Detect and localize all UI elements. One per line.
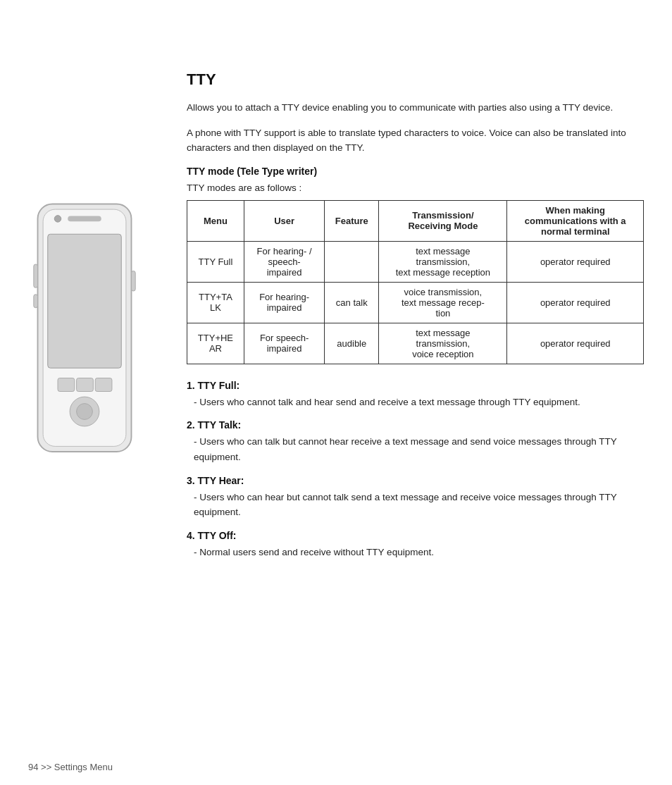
page-number: 94 >> Settings Menu bbox=[28, 762, 113, 772]
section-2-heading: 2. TTY Talk: bbox=[187, 419, 644, 431]
phone-illustration bbox=[21, 197, 162, 493]
table-row: TTY Full For hearing- /speech-impaired t… bbox=[187, 241, 644, 282]
section-tty-hear: 3. TTY Hear: - Users who can hear but ca… bbox=[187, 475, 644, 520]
cell-transmission-3: text messagetransmission,voice reception bbox=[379, 323, 507, 364]
svg-rect-12 bbox=[132, 271, 136, 292]
svg-rect-5 bbox=[58, 378, 75, 392]
col-user: User bbox=[244, 200, 324, 241]
col-menu: Menu bbox=[187, 200, 244, 241]
cell-when-2: operator required bbox=[507, 282, 644, 323]
svg-rect-10 bbox=[34, 264, 38, 288]
col-when: When makingcommunications with anormal t… bbox=[507, 200, 644, 241]
cell-user-3: For speech-impaired bbox=[244, 323, 324, 364]
cell-feature-1 bbox=[325, 241, 379, 282]
cell-feature-2: can talk bbox=[325, 282, 379, 323]
section-4-text: - Normal users send and receive without … bbox=[187, 545, 644, 560]
col-feature: Feature bbox=[325, 200, 379, 241]
page-title: TTY bbox=[187, 70, 644, 89]
cell-user-2: For hearing-impaired bbox=[244, 282, 324, 323]
table-row: TTY+TALK For hearing-impaired can talk v… bbox=[187, 282, 644, 323]
section-tty-talk: 2. TTY Talk: - Users who can talk but ca… bbox=[187, 419, 644, 464]
svg-rect-3 bbox=[68, 216, 101, 222]
intro-paragraph-2: A phone with TTY support is able to tran… bbox=[187, 125, 644, 156]
cell-menu-1: TTY Full bbox=[187, 241, 244, 282]
modes-intro: TTY modes are as follows : bbox=[187, 183, 644, 193]
cell-transmission-2: voice transmission,text message recep-ti… bbox=[379, 282, 507, 323]
col-transmission: Transmission/Receiving Mode bbox=[379, 200, 507, 241]
section-4-heading: 4. TTY Off: bbox=[187, 530, 644, 541]
svg-point-4 bbox=[54, 216, 61, 223]
section-3-heading: 3. TTY Hear: bbox=[187, 475, 644, 486]
section-tty-off: 4. TTY Off: - Normal users send and rece… bbox=[187, 530, 644, 560]
main-content: TTY Allows you to attach a TTY device en… bbox=[187, 70, 644, 743]
tty-table: Menu User Feature Transmission/Receiving… bbox=[187, 200, 644, 364]
cell-transmission-1: text messagetransmission,text message re… bbox=[379, 241, 507, 282]
svg-point-9 bbox=[77, 404, 93, 420]
table-row: TTY+HEAR For speech-impaired audible tex… bbox=[187, 323, 644, 364]
cell-menu-3: TTY+HEAR bbox=[187, 323, 244, 364]
section-tty-full: 1. TTY Full: - Users who cannot talk and… bbox=[187, 380, 644, 410]
section-3-text: - Users who can hear but cannot talk sen… bbox=[187, 490, 644, 520]
section-2-text: - Users who can talk but cannot hear rec… bbox=[187, 434, 644, 464]
svg-rect-7 bbox=[95, 378, 112, 392]
svg-rect-11 bbox=[34, 295, 38, 308]
section-1-heading: 1. TTY Full: bbox=[187, 380, 644, 391]
cell-when-3: operator required bbox=[507, 323, 644, 364]
cell-when-1: operator required bbox=[507, 241, 644, 282]
cell-feature-3: audible bbox=[325, 323, 379, 364]
footer: 94 >> Settings Menu bbox=[28, 762, 113, 772]
cell-user-1: For hearing- /speech-impaired bbox=[244, 241, 324, 282]
tty-mode-heading: TTY mode (Tele Type writer) bbox=[187, 166, 644, 177]
cell-menu-2: TTY+TALK bbox=[187, 282, 244, 323]
svg-rect-2 bbox=[48, 234, 122, 368]
intro-paragraph-1: Allows you to attach a TTY device enabli… bbox=[187, 100, 644, 116]
section-1-text: - Users who cannot talk and hear send an… bbox=[187, 395, 644, 410]
svg-rect-6 bbox=[77, 378, 94, 392]
